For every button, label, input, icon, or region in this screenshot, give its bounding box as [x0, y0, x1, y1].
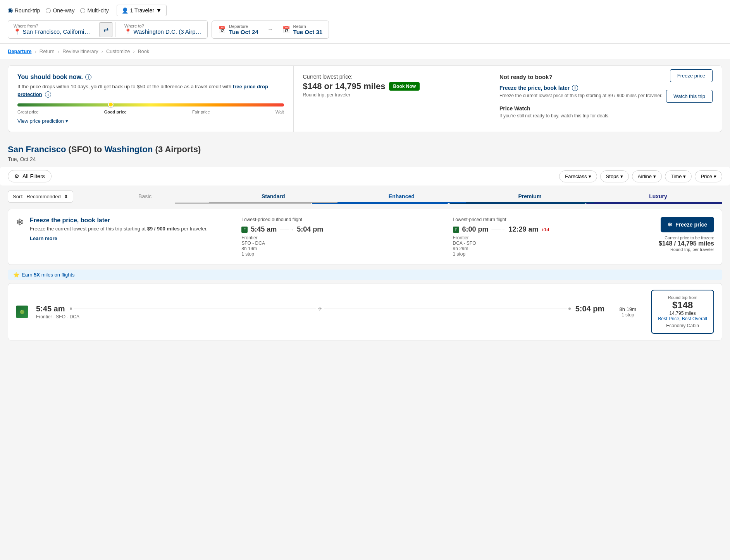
departure-date-field[interactable]: 📅 Departure Tue Oct 24 — [212, 21, 265, 38]
outbound-dep: 5:45 am — [251, 225, 277, 234]
flight-stops: 1 stop — [612, 312, 643, 318]
breadcrumb-sep-2: › — [58, 48, 59, 54]
filters-row: ⚙ All Filters Fareclass ▾ Stops ▾ Airlin… — [0, 167, 730, 186]
departure-value: Tue Oct 24 — [229, 29, 258, 35]
book-now-desc: If the price drops within 10 days, you'l… — [17, 83, 284, 98]
flight-detail: 5:45 am ✈ 5:04 pm Frontier · SFO - DCA — [36, 304, 604, 320]
cabin-class: Economy Cabin — [658, 323, 707, 328]
fare-header: Sort: Recommended ⬍ Basic Standard Enhan… — [0, 190, 730, 203]
to-field[interactable]: Where to? 📍 Washington D.C. (3 Airports) — [119, 21, 207, 38]
chevron-down-icon-3: ▾ — [589, 173, 591, 179]
price-banner: You should book now. i If the price drop… — [8, 65, 722, 132]
airline-filter[interactable]: Airline ▾ — [632, 170, 662, 182]
multi-city-option[interactable]: Multi-city — [80, 7, 108, 14]
breadcrumb-sep-4: › — [133, 48, 134, 54]
route-line: ✈ — [70, 306, 571, 312]
return-label: Lowest-priced return flight — [453, 217, 653, 222]
outbound-times: F 5:45 am ——→ 5:04 pm — [241, 225, 441, 234]
miles-banner-wrapper: ⭐ Earn 5X miles on flights — [0, 270, 730, 280]
breadcrumb-sep-1: › — [34, 48, 36, 54]
breadcrumb-customize[interactable]: Customize — [106, 48, 130, 54]
fare-class-premium[interactable]: Premium — [466, 190, 594, 203]
round-trip-option[interactable]: Round-trip — [8, 7, 40, 14]
fareclass-filter[interactable]: Fareclass ▾ — [559, 170, 597, 182]
breadcrumb-departure[interactable]: Departure — [8, 48, 31, 54]
divider — [115, 22, 116, 37]
multi-city-label: Multi-city — [87, 7, 108, 14]
from-value: 📍 San Francisco, California (... — [14, 28, 91, 35]
watch-trip-button[interactable]: Watch this trip — [666, 90, 713, 103]
freeze-price-note: Current price to be frozen: $148 / 14,79… — [659, 235, 714, 252]
one-way-option[interactable]: One-way — [46, 7, 74, 14]
freeze-info-icon[interactable]: i — [572, 85, 578, 91]
return-arr: 12:29 am — [509, 225, 539, 234]
price-amount: $148 or 14,795 miles — [303, 81, 386, 91]
arrow-icon: → — [265, 26, 276, 33]
return-flight-info: Lowest-priced return flight F 6:00 pm ——… — [453, 217, 653, 257]
price-filter[interactable]: Price ▾ — [695, 170, 722, 182]
price-right: Not ready to book? Freeze the price, boo… — [490, 66, 722, 132]
good-price-label: Good price — [104, 110, 127, 114]
departure-date-info: Departure Tue Oct 24 — [229, 24, 258, 35]
breadcrumb-book[interactable]: Book — [138, 48, 150, 54]
flight-duration: 8h 19m — [612, 306, 643, 312]
book-now-button[interactable]: Book Now — [389, 82, 420, 91]
price-middle: Current lowest price: $148 or 14,795 mil… — [294, 66, 490, 132]
calendar-icon: 📅 — [218, 26, 226, 33]
fare-class-basic[interactable]: Basic — [81, 190, 209, 203]
book-now-title: You should book now. i — [17, 74, 284, 81]
header-top: Round-trip One-way Multi-city 👤 1 Travel… — [8, 5, 722, 16]
best-badge[interactable]: Best Price, Best Overall — [658, 316, 707, 321]
time-filter[interactable]: Time ▾ — [665, 170, 692, 182]
from-code: SFO — [71, 144, 89, 154]
protection-info-icon[interactable]: i — [45, 91, 51, 98]
fare-class-luxury[interactable]: Luxury — [594, 190, 722, 203]
trip-type-selector: Round-trip One-way Multi-city — [8, 7, 109, 14]
one-way-radio[interactable] — [46, 8, 51, 13]
traveler-button[interactable]: 👤 1 Traveler ▼ — [117, 5, 167, 16]
plane-icon: ✈ — [318, 306, 322, 312]
breadcrumb-return[interactable]: Return — [40, 48, 55, 54]
view-prediction-button[interactable]: View price prediction ▾ — [17, 118, 284, 124]
current-lowest-label: Current lowest price: — [303, 74, 480, 80]
snowflake-btn-icon: ❄ — [668, 222, 672, 228]
round-trip-radio[interactable] — [8, 8, 13, 13]
chevron-down-icon-5: ▾ — [653, 173, 656, 179]
traveler-count: 1 Traveler — [130, 7, 154, 14]
learn-more-link[interactable]: Learn more — [30, 235, 57, 241]
sort-selector[interactable]: Sort: Recommended ⬍ — [8, 191, 73, 203]
breadcrumb-review[interactable]: Review itinerary — [62, 48, 98, 54]
watch-info: Price Watch If you're still not ready to… — [499, 105, 609, 119]
fare-class-enhanced[interactable]: Enhanced — [337, 190, 466, 203]
duration-stops: 8h 19m 1 stop — [612, 306, 643, 318]
price-bar-indicator — [108, 102, 114, 107]
one-way-label: One-way — [53, 7, 74, 14]
chevron-down-icon-6: ▾ — [683, 173, 686, 179]
frontier-letter: 🟢 — [20, 310, 24, 314]
info-icon[interactable]: i — [85, 74, 91, 80]
fare-class-standard[interactable]: Standard — [209, 190, 337, 203]
freeze-price-card-button[interactable]: ❄ Freeze price — [661, 217, 714, 232]
price-box[interactable]: Round trip from $148 14,795 miles Best P… — [651, 290, 714, 334]
freeze-title: Freeze the price, book later i — [499, 85, 663, 91]
freeze-card-content: Freeze the price, book later Freeze the … — [30, 217, 235, 241]
stops-filter[interactable]: Stops ▾ — [600, 170, 629, 182]
flight-sub: Frontier · SFO - DCA — [36, 314, 604, 320]
multi-city-radio[interactable] — [80, 8, 85, 13]
filter-buttons: Fareclass ▾ Stops ▾ Airline ▾ Time ▾ Pri… — [559, 170, 722, 182]
sort-chevron-icon: ⬍ — [64, 194, 68, 199]
swap-button[interactable]: ⇄ — [100, 22, 112, 37]
chevron-down-icon-2: ▾ — [65, 118, 68, 124]
route-dot-right — [568, 307, 571, 310]
filters-icon: ⚙ — [14, 173, 19, 179]
route-dot-left — [70, 307, 72, 310]
return-date-field[interactable]: 📅 Return Tue Oct 31 — [276, 21, 329, 38]
arrival-time: 5:04 pm — [575, 304, 605, 313]
date-bar: 📅 Departure Tue Oct 24 → 📅 Return Tue Oc… — [212, 21, 329, 39]
from-field[interactable]: Where from? 📍 San Francisco, California … — [8, 21, 96, 38]
all-filters-button[interactable]: ⚙ All Filters — [8, 170, 52, 182]
freeze-cta: ❄ Freeze price Current price to be froze… — [659, 217, 714, 252]
fare-classes: Basic Standard Enhanced Premium Luxury — [81, 190, 722, 203]
freeze-price-button[interactable]: Freeze price — [670, 69, 713, 82]
frontier-icon-return: F — [453, 227, 459, 233]
